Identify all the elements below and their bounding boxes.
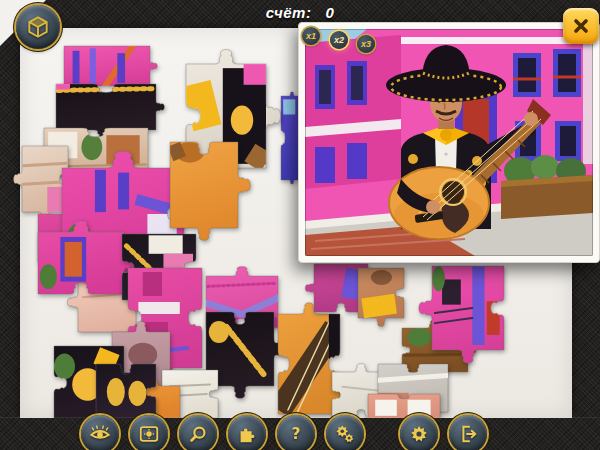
question-icon: ?: [285, 423, 307, 445]
gear-icon: [408, 423, 430, 445]
gears-icon: [334, 423, 356, 445]
picture-icon: [138, 423, 160, 445]
show-original-button[interactable]: [81, 415, 119, 450]
magnifier-button[interactable]: [179, 415, 217, 450]
svg-text:?: ?: [291, 425, 300, 443]
x-icon: [571, 16, 591, 36]
menu-button[interactable]: [16, 5, 60, 49]
cube-icon: [25, 14, 51, 40]
score-value: 0: [325, 4, 334, 21]
toolbar-right: [400, 415, 487, 450]
close-button[interactable]: [563, 8, 599, 44]
score-display: счёт: 0: [0, 4, 600, 21]
puzzle-piece-icon: [236, 423, 258, 445]
auto-assemble-button[interactable]: [326, 415, 364, 450]
background-picture-button[interactable]: [130, 415, 168, 450]
score-label: счёт:: [266, 4, 312, 21]
preview-photo: [305, 29, 593, 256]
exit-door-icon: [457, 423, 479, 445]
preview-zoom-x1-button[interactable]: x1: [302, 27, 320, 45]
preview-zoom-x2-button[interactable]: x2: [330, 31, 348, 49]
game-window: счёт: 0 ?: [0, 0, 600, 450]
preview-window[interactable]: [298, 22, 600, 263]
exit-button[interactable]: [449, 415, 487, 450]
settings-button[interactable]: [400, 415, 438, 450]
piece-tray-button[interactable]: [228, 415, 266, 450]
eye-icon: [89, 423, 111, 445]
magnifier-icon: [187, 423, 209, 445]
hint-button[interactable]: ?: [277, 415, 315, 450]
toolbar-left: ?: [81, 415, 364, 450]
preview-zoom-x3-button[interactable]: x3: [357, 35, 375, 53]
